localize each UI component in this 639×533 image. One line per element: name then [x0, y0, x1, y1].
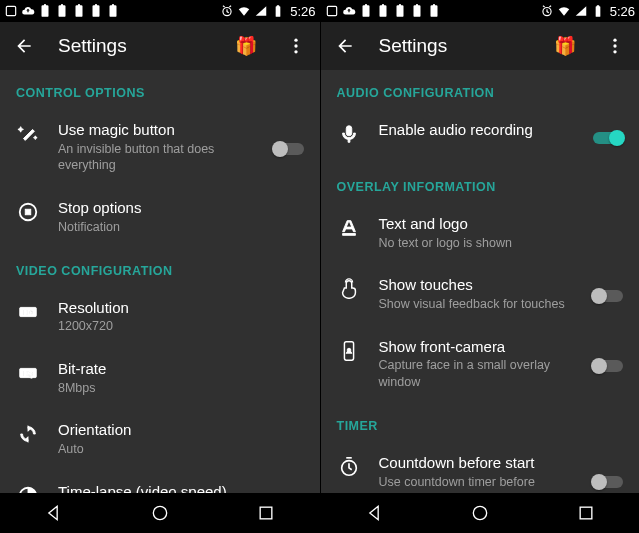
- page-title: Settings: [58, 35, 212, 57]
- settings-list[interactable]: CONTROL OPTIONS Use magic button An invi…: [0, 70, 320, 493]
- phone-right: 5:26 Settings 🎁 AUDIO CONFIGURATION Enab…: [320, 0, 640, 533]
- svg-rect-6: [25, 210, 31, 216]
- row-subtitle: Notification: [58, 219, 306, 236]
- hq-icon: HQ: [16, 361, 40, 385]
- nav-home-button[interactable]: [467, 500, 493, 526]
- row-orientation[interactable]: Orientation Auto: [0, 408, 320, 469]
- row-stop-options[interactable]: Stop options Notification: [0, 186, 320, 247]
- clipboard-icon: [38, 4, 52, 18]
- row-text-logo[interactable]: Text and logo No text or logo is shown: [321, 202, 640, 263]
- svg-rect-13: [260, 507, 272, 519]
- nav-recents-button[interactable]: [573, 500, 599, 526]
- mic-icon: [337, 122, 361, 146]
- wifi-icon: [557, 4, 571, 18]
- toggle-magic-button[interactable]: [272, 140, 306, 158]
- svg-point-16: [613, 39, 616, 42]
- row-title: Bit-rate: [58, 359, 306, 379]
- svg-point-3: [294, 44, 297, 47]
- svg-point-22: [473, 506, 486, 519]
- svg-rect-0: [6, 6, 15, 15]
- row-title: Time-lapse (video speed): [58, 482, 306, 493]
- overflow-menu-button[interactable]: [599, 30, 631, 62]
- svg-point-2: [294, 39, 297, 42]
- phone-left: 5:26 Settings 🎁 CONTROL OPTIONS Use magi…: [0, 0, 320, 533]
- cloud-upload-icon: [342, 4, 356, 18]
- svg-point-17: [613, 44, 616, 47]
- row-timelapse[interactable]: Time-lapse (video speed) Disable: [0, 470, 320, 493]
- row-subtitle: 8Mbps: [58, 380, 306, 397]
- signal-icon: [574, 4, 588, 18]
- status-bar: 5:26: [321, 0, 640, 22]
- rotate-icon: [16, 422, 40, 446]
- back-button[interactable]: [8, 30, 40, 62]
- status-left: [325, 4, 441, 18]
- section-header-control: CONTROL OPTIONS: [0, 70, 320, 108]
- settings-list[interactable]: AUDIO CONFIGURATION Enable audio recordi…: [321, 70, 640, 493]
- section-header-timer: TIMER: [321, 403, 640, 441]
- row-title: Orientation: [58, 420, 306, 440]
- phone-front-icon: [337, 339, 361, 363]
- row-subtitle: Use countdown timer before starting reco…: [379, 474, 574, 494]
- cloud-upload-icon: [21, 4, 35, 18]
- row-title: Text and logo: [379, 214, 626, 234]
- svg-text:HD: HD: [23, 308, 33, 315]
- timer-icon: [337, 455, 361, 479]
- clipboard-icon: [376, 4, 390, 18]
- status-time: 5:26: [290, 4, 315, 19]
- row-title: Show front-camera: [379, 337, 574, 357]
- gift-button[interactable]: 🎁: [549, 30, 581, 62]
- svg-point-18: [613, 50, 616, 53]
- status-left: [4, 4, 120, 18]
- battery-icon: [591, 4, 605, 18]
- navigation-bar: [0, 493, 320, 533]
- app-bar: Settings 🎁: [0, 22, 320, 70]
- row-show-touches[interactable]: Show touches Show visual feedback for to…: [321, 263, 640, 324]
- row-subtitle: Auto: [58, 441, 306, 458]
- row-subtitle: Show visual feedback for touches: [379, 296, 574, 313]
- text-format-icon: [337, 216, 361, 240]
- nav-recents-button[interactable]: [253, 500, 279, 526]
- toggle-countdown[interactable]: [591, 473, 625, 491]
- screenshot-icon: [325, 4, 339, 18]
- clipboard-icon: [410, 4, 424, 18]
- clipboard-icon: [55, 4, 69, 18]
- section-header-video: VIDEO CONFIGURATION: [0, 248, 320, 286]
- clipboard-icon: [359, 4, 373, 18]
- toggle-show-touches[interactable]: [591, 287, 625, 305]
- section-header-overlay: OVERLAY INFORMATION: [321, 164, 640, 202]
- row-enable-audio[interactable]: Enable audio recording: [321, 108, 640, 164]
- nav-back-button[interactable]: [361, 500, 387, 526]
- toggle-front-camera[interactable]: [591, 357, 625, 375]
- toggle-enable-audio[interactable]: [591, 129, 625, 147]
- row-title: Countdown before start: [379, 453, 574, 473]
- row-bitrate[interactable]: HQ Bit-rate 8Mbps: [0, 347, 320, 408]
- clipboard-icon: [393, 4, 407, 18]
- signal-icon: [254, 4, 268, 18]
- gift-button[interactable]: 🎁: [230, 30, 262, 62]
- row-title: Resolution: [58, 298, 306, 318]
- row-subtitle: Capture face in a small overlay window: [379, 357, 574, 391]
- screenshot-icon: [4, 4, 18, 18]
- row-front-camera[interactable]: Show front-camera Capture face in a smal…: [321, 325, 640, 403]
- overflow-menu-button[interactable]: [280, 30, 312, 62]
- clipboard-icon: [89, 4, 103, 18]
- row-magic-button[interactable]: Use magic button An invisible button tha…: [0, 108, 320, 186]
- clipboard-icon: [427, 4, 441, 18]
- back-button[interactable]: [329, 30, 361, 62]
- row-subtitle: 1200x720: [58, 318, 306, 335]
- clipboard-icon: [106, 4, 120, 18]
- battery-icon: [271, 4, 285, 18]
- section-header-audio: AUDIO CONFIGURATION: [321, 70, 640, 108]
- touch-icon: [337, 277, 361, 301]
- row-resolution[interactable]: HD Resolution 1200x720: [0, 286, 320, 347]
- nav-back-button[interactable]: [40, 500, 66, 526]
- row-countdown[interactable]: Countdown before start Use countdown tim…: [321, 441, 640, 493]
- row-title: Stop options: [58, 198, 306, 218]
- nav-home-button[interactable]: [147, 500, 173, 526]
- status-right: 5:26: [220, 4, 315, 19]
- status-right: 5:26: [540, 4, 635, 19]
- page-title: Settings: [379, 35, 532, 57]
- row-subtitle: An invisible button that does everything: [58, 141, 254, 175]
- stop-icon: [16, 200, 40, 224]
- alarm-icon: [540, 4, 554, 18]
